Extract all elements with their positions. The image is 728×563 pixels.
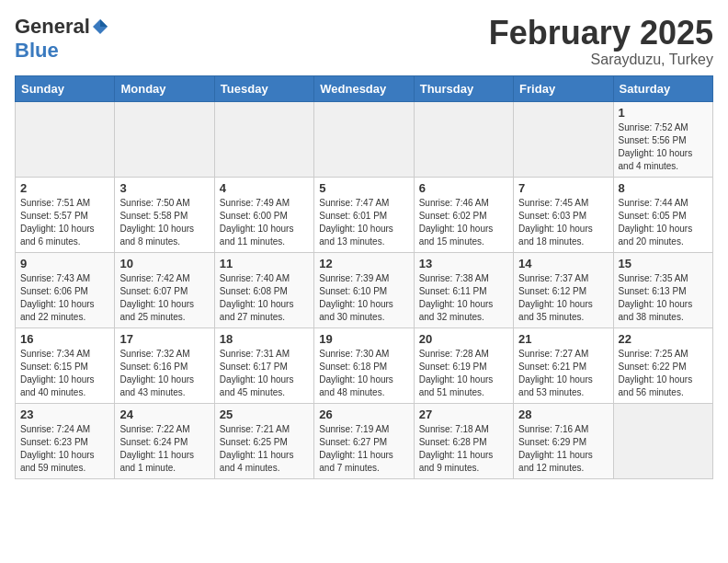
calendar-day-cell <box>115 101 214 177</box>
weekday-header: Saturday <box>613 75 712 101</box>
day-info: Sunrise: 7:37 AMSunset: 6:12 PMDaylight:… <box>518 273 593 322</box>
logo-blue-text: Blue <box>15 39 59 63</box>
calendar-day-cell <box>613 403 712 478</box>
calendar-day-cell: 22Sunrise: 7:25 AMSunset: 6:22 PMDayligh… <box>613 327 712 403</box>
weekday-header: Friday <box>514 75 613 101</box>
day-number: 23 <box>20 408 109 421</box>
title-block: February 2025 Sarayduzu, Turkey <box>489 15 713 68</box>
calendar-day-cell: 19Sunrise: 7:30 AMSunset: 6:18 PMDayligh… <box>314 327 414 403</box>
calendar-header-row: SundayMondayTuesdayWednesdayThursdayFrid… <box>16 75 713 101</box>
weekday-header: Monday <box>115 75 214 101</box>
day-info: Sunrise: 7:24 AMSunset: 6:23 PMDaylight:… <box>20 424 95 473</box>
calendar-day-cell: 1Sunrise: 7:52 AMSunset: 5:56 PMDaylight… <box>613 101 712 177</box>
day-info: Sunrise: 7:25 AMSunset: 6:22 PMDaylight:… <box>619 349 693 397</box>
day-info: Sunrise: 7:50 AMSunset: 5:58 PMDaylight:… <box>119 198 194 247</box>
day-number: 7 <box>518 181 608 195</box>
svg-marker-1 <box>100 19 108 27</box>
day-number: 3 <box>119 181 209 195</box>
day-number: 16 <box>20 332 109 346</box>
calendar-day-cell: 2Sunrise: 7:51 AMSunset: 5:57 PMDaylight… <box>16 177 115 252</box>
day-info: Sunrise: 7:49 AMSunset: 6:00 PMDaylight:… <box>220 198 294 247</box>
day-info: Sunrise: 7:27 AMSunset: 6:21 PMDaylight:… <box>518 349 593 397</box>
weekday-header: Wednesday <box>314 75 414 101</box>
day-number: 13 <box>419 257 508 270</box>
calendar-day-cell: 7Sunrise: 7:45 AMSunset: 6:03 PMDaylight… <box>514 177 613 252</box>
calendar-day-cell: 28Sunrise: 7:16 AMSunset: 6:29 PMDayligh… <box>514 403 613 478</box>
weekday-header: Thursday <box>414 75 513 101</box>
location-title: Sarayduzu, Turkey <box>489 52 713 68</box>
day-number: 20 <box>419 332 508 346</box>
day-number: 11 <box>220 257 309 270</box>
day-number: 28 <box>518 408 608 421</box>
calendar-day-cell: 10Sunrise: 7:42 AMSunset: 6:07 PMDayligh… <box>115 252 214 327</box>
day-info: Sunrise: 7:32 AMSunset: 6:16 PMDaylight:… <box>119 349 194 397</box>
month-title: February 2025 <box>489 15 713 52</box>
calendar-table: SundayMondayTuesdayWednesdayThursdayFrid… <box>15 75 713 479</box>
day-number: 2 <box>20 181 109 195</box>
calendar-week-row: 2Sunrise: 7:51 AMSunset: 5:57 PMDaylight… <box>16 177 713 252</box>
calendar-day-cell: 13Sunrise: 7:38 AMSunset: 6:11 PMDayligh… <box>414 252 513 327</box>
day-info: Sunrise: 7:19 AMSunset: 6:27 PMDaylight:… <box>319 424 393 473</box>
calendar-day-cell: 20Sunrise: 7:28 AMSunset: 6:19 PMDayligh… <box>414 327 513 403</box>
day-info: Sunrise: 7:39 AMSunset: 6:10 PMDaylight:… <box>319 273 393 322</box>
weekday-header: Sunday <box>16 75 115 101</box>
day-info: Sunrise: 7:34 AMSunset: 6:15 PMDaylight:… <box>20 349 95 397</box>
day-info: Sunrise: 7:38 AMSunset: 6:11 PMDaylight:… <box>419 273 494 322</box>
calendar-day-cell: 6Sunrise: 7:46 AMSunset: 6:02 PMDaylight… <box>414 177 513 252</box>
day-info: Sunrise: 7:18 AMSunset: 6:28 PMDaylight:… <box>419 424 494 473</box>
logo-general-text: General <box>15 15 90 39</box>
day-number: 5 <box>319 181 408 195</box>
day-info: Sunrise: 7:44 AMSunset: 6:05 PMDaylight:… <box>619 198 693 247</box>
calendar-day-cell: 5Sunrise: 7:47 AMSunset: 6:01 PMDaylight… <box>314 177 414 252</box>
day-number: 8 <box>619 181 708 195</box>
calendar-day-cell <box>514 101 613 177</box>
day-number: 22 <box>619 332 708 346</box>
day-number: 27 <box>419 408 508 421</box>
calendar-day-cell: 16Sunrise: 7:34 AMSunset: 6:15 PMDayligh… <box>16 327 115 403</box>
day-info: Sunrise: 7:47 AMSunset: 6:01 PMDaylight:… <box>319 198 393 247</box>
calendar-day-cell: 9Sunrise: 7:43 AMSunset: 6:06 PMDaylight… <box>16 252 115 327</box>
day-number: 9 <box>20 257 109 270</box>
calendar-day-cell: 12Sunrise: 7:39 AMSunset: 6:10 PMDayligh… <box>314 252 414 327</box>
calendar-day-cell: 25Sunrise: 7:21 AMSunset: 6:25 PMDayligh… <box>214 403 313 478</box>
day-number: 19 <box>319 332 408 346</box>
day-number: 26 <box>319 408 408 421</box>
calendar-day-cell <box>16 101 115 177</box>
day-info: Sunrise: 7:21 AMSunset: 6:25 PMDaylight:… <box>220 424 294 473</box>
calendar-week-row: 9Sunrise: 7:43 AMSunset: 6:06 PMDaylight… <box>16 252 713 327</box>
calendar-day-cell: 4Sunrise: 7:49 AMSunset: 6:00 PMDaylight… <box>214 177 313 252</box>
calendar-day-cell: 17Sunrise: 7:32 AMSunset: 6:16 PMDayligh… <box>115 327 214 403</box>
day-number: 17 <box>119 332 209 346</box>
day-info: Sunrise: 7:52 AMSunset: 5:56 PMDaylight:… <box>619 122 693 171</box>
day-number: 4 <box>220 181 309 195</box>
calendar-day-cell: 27Sunrise: 7:18 AMSunset: 6:28 PMDayligh… <box>414 403 513 478</box>
calendar-day-cell: 26Sunrise: 7:19 AMSunset: 6:27 PMDayligh… <box>314 403 414 478</box>
calendar-week-row: 16Sunrise: 7:34 AMSunset: 6:15 PMDayligh… <box>16 327 713 403</box>
day-number: 15 <box>619 257 708 270</box>
day-info: Sunrise: 7:35 AMSunset: 6:13 PMDaylight:… <box>619 273 693 322</box>
page-header: General Blue February 2025 Sarayduzu, Tu… <box>15 15 713 68</box>
day-info: Sunrise: 7:46 AMSunset: 6:02 PMDaylight:… <box>419 198 494 247</box>
day-info: Sunrise: 7:42 AMSunset: 6:07 PMDaylight:… <box>119 273 194 322</box>
day-info: Sunrise: 7:40 AMSunset: 6:08 PMDaylight:… <box>220 273 294 322</box>
calendar-week-row: 1Sunrise: 7:52 AMSunset: 5:56 PMDaylight… <box>16 101 713 177</box>
day-info: Sunrise: 7:51 AMSunset: 5:57 PMDaylight:… <box>20 198 95 247</box>
calendar-day-cell <box>214 101 313 177</box>
calendar-day-cell: 23Sunrise: 7:24 AMSunset: 6:23 PMDayligh… <box>16 403 115 478</box>
day-info: Sunrise: 7:45 AMSunset: 6:03 PMDaylight:… <box>518 198 593 247</box>
calendar-day-cell: 8Sunrise: 7:44 AMSunset: 6:05 PMDaylight… <box>613 177 712 252</box>
calendar-day-cell: 21Sunrise: 7:27 AMSunset: 6:21 PMDayligh… <box>514 327 613 403</box>
calendar-day-cell: 15Sunrise: 7:35 AMSunset: 6:13 PMDayligh… <box>613 252 712 327</box>
day-info: Sunrise: 7:30 AMSunset: 6:18 PMDaylight:… <box>319 349 393 397</box>
day-info: Sunrise: 7:28 AMSunset: 6:19 PMDaylight:… <box>419 349 494 397</box>
day-number: 6 <box>419 181 508 195</box>
day-number: 10 <box>119 257 209 270</box>
day-number: 12 <box>319 257 408 270</box>
calendar-day-cell: 3Sunrise: 7:50 AMSunset: 5:58 PMDaylight… <box>115 177 214 252</box>
calendar-day-cell <box>314 101 414 177</box>
calendar-week-row: 23Sunrise: 7:24 AMSunset: 6:23 PMDayligh… <box>16 403 713 478</box>
calendar-day-cell: 24Sunrise: 7:22 AMSunset: 6:24 PMDayligh… <box>115 403 214 478</box>
day-info: Sunrise: 7:22 AMSunset: 6:24 PMDaylight:… <box>119 424 194 473</box>
calendar-day-cell <box>414 101 513 177</box>
calendar-day-cell: 18Sunrise: 7:31 AMSunset: 6:17 PMDayligh… <box>214 327 313 403</box>
